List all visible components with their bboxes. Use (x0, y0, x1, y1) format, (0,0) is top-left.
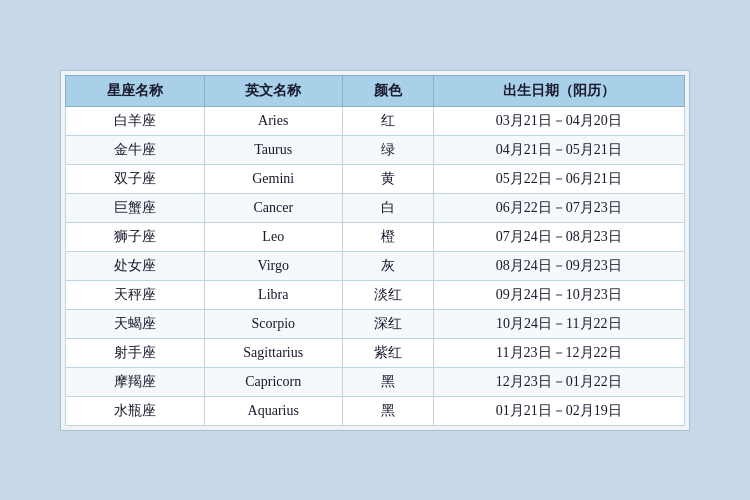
table-header-row: 星座名称 英文名称 颜色 出生日期（阳历） (66, 75, 685, 106)
cell-date: 04月21日－05月21日 (433, 135, 684, 164)
table-row: 天秤座Libra淡红09月24日－10月23日 (66, 280, 685, 309)
cell-date: 01月21日－02月19日 (433, 396, 684, 425)
cell-chinese: 摩羯座 (66, 367, 205, 396)
table-row: 摩羯座Capricorn黑12月23日－01月22日 (66, 367, 685, 396)
col-header-color: 颜色 (343, 75, 434, 106)
table-row: 处女座Virgo灰08月24日－09月23日 (66, 251, 685, 280)
table-row: 天蝎座Scorpio深红10月24日－11月22日 (66, 309, 685, 338)
table-row: 水瓶座Aquarius黑01月21日－02月19日 (66, 396, 685, 425)
cell-english: Aquarius (204, 396, 343, 425)
cell-color: 紫红 (343, 338, 434, 367)
col-header-english: 英文名称 (204, 75, 343, 106)
cell-date: 10月24日－11月22日 (433, 309, 684, 338)
cell-english: Aries (204, 106, 343, 135)
cell-english: Libra (204, 280, 343, 309)
cell-color: 深红 (343, 309, 434, 338)
col-header-date: 出生日期（阳历） (433, 75, 684, 106)
cell-english: Capricorn (204, 367, 343, 396)
cell-english: Scorpio (204, 309, 343, 338)
cell-color: 红 (343, 106, 434, 135)
cell-date: 08月24日－09月23日 (433, 251, 684, 280)
table-row: 金牛座Taurus绿04月21日－05月21日 (66, 135, 685, 164)
cell-chinese: 天秤座 (66, 280, 205, 309)
cell-color: 黄 (343, 164, 434, 193)
cell-color: 淡红 (343, 280, 434, 309)
cell-english: Taurus (204, 135, 343, 164)
cell-color: 白 (343, 193, 434, 222)
cell-color: 橙 (343, 222, 434, 251)
zodiac-table-container: 星座名称 英文名称 颜色 出生日期（阳历） 白羊座Aries红03月21日－04… (60, 70, 690, 431)
cell-chinese: 狮子座 (66, 222, 205, 251)
cell-chinese: 射手座 (66, 338, 205, 367)
col-header-chinese: 星座名称 (66, 75, 205, 106)
table-row: 白羊座Aries红03月21日－04月20日 (66, 106, 685, 135)
cell-chinese: 处女座 (66, 251, 205, 280)
cell-color: 灰 (343, 251, 434, 280)
zodiac-table: 星座名称 英文名称 颜色 出生日期（阳历） 白羊座Aries红03月21日－04… (65, 75, 685, 426)
cell-date: 09月24日－10月23日 (433, 280, 684, 309)
table-row: 射手座Sagittarius紫红11月23日－12月22日 (66, 338, 685, 367)
cell-chinese: 水瓶座 (66, 396, 205, 425)
cell-color: 绿 (343, 135, 434, 164)
cell-chinese: 天蝎座 (66, 309, 205, 338)
table-row: 狮子座Leo橙07月24日－08月23日 (66, 222, 685, 251)
cell-chinese: 金牛座 (66, 135, 205, 164)
cell-chinese: 双子座 (66, 164, 205, 193)
cell-english: Cancer (204, 193, 343, 222)
table-row: 巨蟹座Cancer白06月22日－07月23日 (66, 193, 685, 222)
cell-english: Gemini (204, 164, 343, 193)
cell-chinese: 巨蟹座 (66, 193, 205, 222)
cell-date: 07月24日－08月23日 (433, 222, 684, 251)
cell-chinese: 白羊座 (66, 106, 205, 135)
cell-date: 06月22日－07月23日 (433, 193, 684, 222)
cell-date: 05月22日－06月21日 (433, 164, 684, 193)
cell-date: 03月21日－04月20日 (433, 106, 684, 135)
cell-date: 11月23日－12月22日 (433, 338, 684, 367)
table-row: 双子座Gemini黄05月22日－06月21日 (66, 164, 685, 193)
cell-color: 黑 (343, 396, 434, 425)
cell-english: Sagittarius (204, 338, 343, 367)
cell-english: Virgo (204, 251, 343, 280)
cell-date: 12月23日－01月22日 (433, 367, 684, 396)
cell-color: 黑 (343, 367, 434, 396)
cell-english: Leo (204, 222, 343, 251)
table-body: 白羊座Aries红03月21日－04月20日金牛座Taurus绿04月21日－0… (66, 106, 685, 425)
